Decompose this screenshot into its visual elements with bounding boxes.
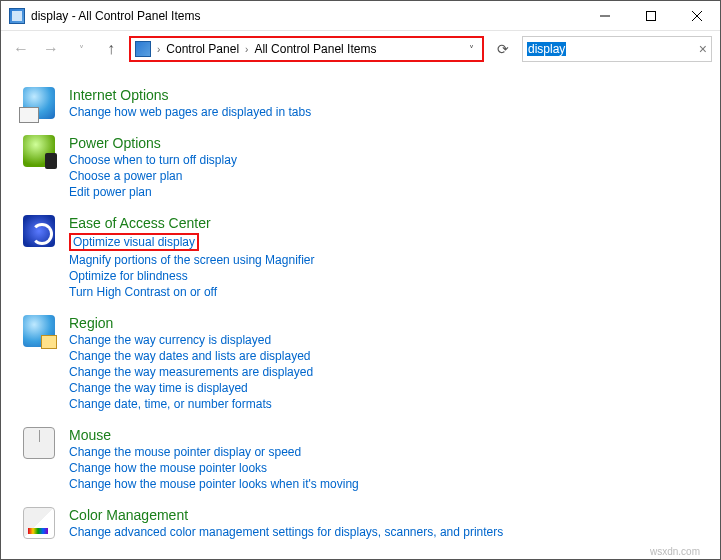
recent-dropdown[interactable]: ˅: [69, 37, 93, 61]
clear-search-icon[interactable]: ×: [699, 41, 707, 57]
up-button[interactable]: ↑: [99, 37, 123, 61]
section-mouse: Mouse Change the mouse pointer display o…: [23, 427, 710, 491]
results-pane[interactable]: Internet Options Change how web pages ar…: [1, 67, 720, 559]
search-input[interactable]: display: [527, 42, 566, 56]
result-link[interactable]: Choose when to turn off display: [69, 153, 237, 167]
result-link[interactable]: Change how the mouse pointer looks: [69, 461, 359, 475]
result-link[interactable]: Magnify portions of the screen using Mag…: [69, 253, 314, 267]
watermark: wsxdn.com: [650, 546, 700, 557]
section-ease-of-access: Ease of Access Center Optimize visual di…: [23, 215, 710, 299]
section-color-management: Color Management Change advanced color m…: [23, 507, 710, 539]
region-icon: [23, 315, 55, 347]
section-heading[interactable]: Color Management: [69, 507, 503, 523]
result-link[interactable]: Change the way dates and lists are displ…: [69, 349, 313, 363]
result-link[interactable]: Change the way currency is displayed: [69, 333, 313, 347]
color-management-icon: [23, 507, 55, 539]
section-region: Region Change the way currency is displa…: [23, 315, 710, 411]
control-panel-icon: [9, 8, 25, 24]
ease-of-access-icon: [23, 215, 55, 247]
search-box[interactable]: display ×: [522, 36, 712, 62]
section-internet-options: Internet Options Change how web pages ar…: [23, 87, 710, 119]
result-link[interactable]: Choose a power plan: [69, 169, 237, 183]
section-heading[interactable]: Ease of Access Center: [69, 215, 314, 231]
result-link[interactable]: Edit power plan: [69, 185, 237, 199]
breadcrumb-root[interactable]: Control Panel: [166, 42, 239, 56]
address-dropdown-icon[interactable]: ˅: [469, 44, 478, 55]
section-heading[interactable]: Region: [69, 315, 313, 331]
maximize-button[interactable]: [628, 1, 674, 31]
internet-options-icon: [23, 87, 55, 119]
window-title: display - All Control Panel Items: [31, 9, 200, 23]
breadcrumb-child[interactable]: All Control Panel Items: [254, 42, 376, 56]
result-link[interactable]: Change how web pages are displayed in ta…: [69, 105, 311, 119]
chevron-right-icon[interactable]: ›: [245, 44, 248, 55]
result-link[interactable]: Change the way time is displayed: [69, 381, 313, 395]
refresh-button[interactable]: ⟳: [490, 36, 516, 62]
result-link[interactable]: Change advanced color management setting…: [69, 525, 503, 539]
section-heading[interactable]: Power Options: [69, 135, 237, 151]
section-power-options: Power Options Choose when to turn off di…: [23, 135, 710, 199]
result-link[interactable]: Change date, time, or number formats: [69, 397, 313, 411]
forward-button[interactable]: →: [39, 37, 63, 61]
result-link[interactable]: Change how the mouse pointer looks when …: [69, 477, 359, 491]
section-heading[interactable]: Mouse: [69, 427, 359, 443]
result-link-highlighted[interactable]: Optimize visual display: [69, 233, 199, 251]
control-panel-icon: [135, 41, 151, 57]
nav-row: ← → ˅ ↑ › Control Panel › All Control Pa…: [1, 31, 720, 67]
result-link[interactable]: Change the mouse pointer display or spee…: [69, 445, 359, 459]
mouse-icon: [23, 427, 55, 459]
result-link[interactable]: Optimize for blindness: [69, 269, 314, 283]
address-bar[interactable]: › Control Panel › All Control Panel Item…: [129, 36, 484, 62]
back-button[interactable]: ←: [9, 37, 33, 61]
titlebar: display - All Control Panel Items: [1, 1, 720, 31]
minimize-button[interactable]: [582, 1, 628, 31]
power-options-icon: [23, 135, 55, 167]
svg-rect-1: [647, 11, 656, 20]
result-link[interactable]: Change the way measurements are displaye…: [69, 365, 313, 379]
section-heading[interactable]: Internet Options: [69, 87, 311, 103]
chevron-right-icon[interactable]: ›: [157, 44, 160, 55]
close-button[interactable]: [674, 1, 720, 31]
result-link[interactable]: Turn High Contrast on or off: [69, 285, 314, 299]
